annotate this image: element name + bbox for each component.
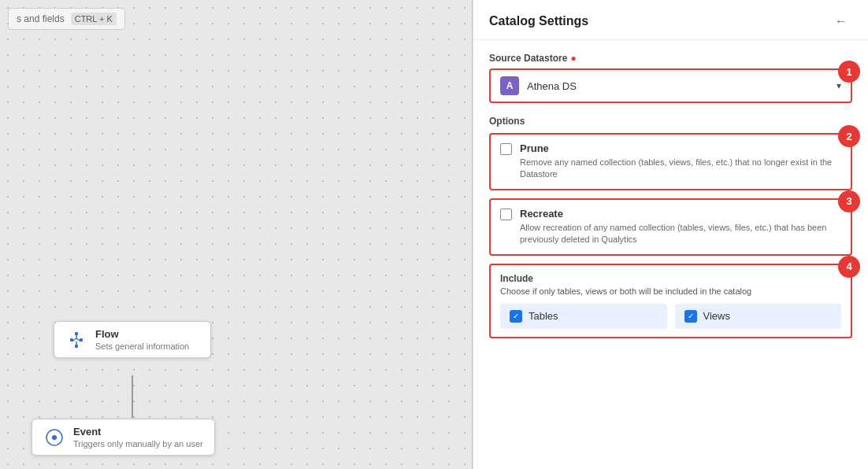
step-badge-3: 3	[838, 190, 860, 212]
source-datastore-label: Source Datastore ●	[489, 53, 852, 64]
flow-node[interactable]: Flow Sets general information	[54, 321, 211, 358]
chevron-down-icon: ▾	[836, 80, 841, 91]
settings-body: Source Datastore ● 1 A Athena DS ▾ Optio…	[473, 40, 868, 469]
prune-checkbox[interactable]	[500, 143, 512, 155]
recreate-content: Recreate Allow recreation of any named c…	[520, 208, 841, 246]
include-box: Include Choose if only tables, views or …	[489, 264, 852, 338]
svg-rect-0	[75, 332, 78, 335]
flow-node-subtitle: Sets general information	[95, 342, 189, 351]
connector-line	[132, 375, 133, 418]
canvas-search[interactable]: s and fields CTRL + K	[8, 8, 125, 30]
views-label: Views	[703, 310, 730, 322]
search-text: s and fields	[17, 13, 65, 24]
step-badge-2: 2	[838, 125, 860, 147]
tables-option[interactable]: ✓ Tables	[500, 304, 667, 329]
datastore-name: Athena DS	[527, 80, 829, 92]
close-button[interactable]: ←	[830, 13, 852, 30]
settings-title: Catalog Settings	[489, 14, 588, 28]
include-desc: Choose if only tables, views or both wil…	[500, 286, 841, 296]
options-label: Options	[489, 116, 852, 127]
settings-header: Catalog Settings ←	[473, 0, 868, 40]
event-node-title: Event	[73, 426, 203, 438]
search-shortcut: CTRL + K	[71, 13, 117, 25]
event-node[interactable]: Event Triggers only manually by an user	[32, 419, 215, 456]
flow-node-title: Flow	[95, 328, 189, 340]
step-badge-4: 4	[838, 256, 860, 278]
step-badge-1: 1	[838, 61, 860, 83]
required-indicator: ●	[570, 53, 576, 64]
datastore-dropdown[interactable]: A Athena DS ▾	[489, 68, 852, 103]
recreate-desc: Allow recreation of any named collection…	[520, 222, 841, 246]
include-options: ✓ Tables ✓ Views	[500, 304, 841, 329]
views-option[interactable]: ✓ Views	[675, 304, 842, 329]
recreate-title: Recreate	[520, 208, 841, 220]
prune-option-box: Prune Remove any named collection (table…	[489, 133, 852, 190]
views-checkbox[interactable]: ✓	[684, 310, 697, 323]
event-node-info: Event Triggers only manually by an user	[73, 426, 203, 449]
include-header: Include	[500, 273, 841, 284]
tables-label: Tables	[529, 310, 558, 322]
svg-point-9	[52, 435, 57, 440]
event-node-subtitle: Triggers only manually by an user	[73, 439, 203, 449]
prune-content: Prune Remove any named collection (table…	[520, 142, 841, 181]
datastore-icon: A	[500, 76, 519, 95]
recreate-checkbox[interactable]	[500, 209, 512, 220]
prune-desc: Remove any named collection (tables, vie…	[520, 157, 841, 181]
svg-rect-3	[75, 345, 78, 348]
event-icon	[43, 427, 65, 449]
flow-node-info: Flow Sets general information	[95, 328, 189, 351]
prune-title: Prune	[520, 142, 841, 154]
canvas-area: s and fields CTRL + K Flow Sets general …	[0, 0, 473, 469]
recreate-option-box: Recreate Allow recreation of any named c…	[489, 198, 852, 256]
tables-checkbox[interactable]: ✓	[510, 310, 522, 323]
settings-panel: Catalog Settings ← Source Datastore ● 1 …	[473, 0, 868, 469]
flow-icon	[65, 329, 87, 351]
